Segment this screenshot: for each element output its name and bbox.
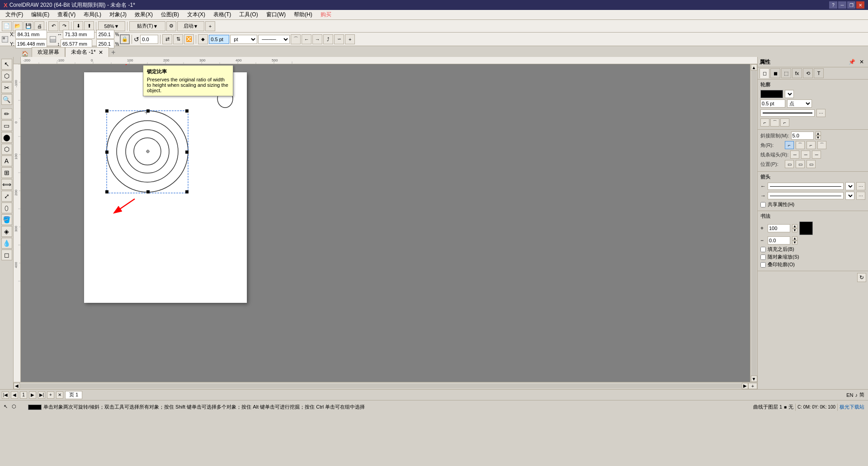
panel-tab-character[interactable]: T [814, 68, 824, 78]
panel-tab-fx[interactable]: fx [792, 68, 802, 78]
window-controls[interactable]: ? ─ ❐ ✕ [829, 1, 864, 9]
panel-refresh-btn[interactable]: ↻ [857, 273, 866, 282]
scroll-down-button[interactable]: ▼ [751, 376, 757, 382]
tab-welcome[interactable]: 欢迎屏幕 [32, 47, 65, 57]
panel-pin-icon[interactable]: 📌 [847, 58, 856, 66]
to-curve-button[interactable]: ⤴ [323, 34, 333, 44]
start-arrowhead-button[interactable]: ← [302, 34, 311, 44]
line-style-select[interactable]: ──── [258, 35, 290, 44]
shared-props-checkbox[interactable] [760, 202, 766, 207]
linecap-round-btn[interactable]: ─ [801, 151, 810, 159]
arrow-start-select[interactable]: ▼ [845, 182, 854, 190]
flip-h-button[interactable]: ⇄ [162, 34, 172, 44]
cal-angle-input[interactable] [768, 236, 790, 245]
freeform-button[interactable]: 🔀 [184, 34, 194, 44]
blend-tool[interactable]: ⬯ [1, 202, 12, 213]
cal-down-btn[interactable]: ▼ [792, 228, 797, 232]
rectangle-tool[interactable]: ▭ [1, 120, 12, 131]
restore-button[interactable]: ❐ [847, 1, 855, 9]
table-tool[interactable]: ⊞ [1, 167, 12, 178]
connector-tool[interactable]: ⤢ [1, 191, 12, 202]
menu-bitmap[interactable]: 位图(B) [157, 10, 183, 19]
lock-ratio-button[interactable]: 🔒 [120, 34, 130, 44]
miter-up-btn[interactable]: ▲ [816, 132, 821, 136]
help-button[interactable]: ? [829, 1, 837, 9]
cal-angle-up-btn[interactable]: ▲ [792, 236, 797, 240]
page-next-btn[interactable]: ▶ [29, 391, 36, 399]
menu-buy[interactable]: 购买 [317, 10, 335, 19]
to-line-button[interactable]: ∽ [334, 34, 344, 44]
smart-fill-tool[interactable]: ◈ [1, 226, 12, 237]
flip-v-button[interactable]: ⇅ [173, 34, 183, 44]
scroll-right-button[interactable]: ▶ [742, 383, 748, 389]
menu-file[interactable]: 文件(F) [2, 10, 27, 19]
outline-unit-select[interactable]: pt [230, 35, 257, 44]
arrow-end-select[interactable]: ▼ [845, 192, 854, 200]
menu-window[interactable]: 窗口(W) [263, 10, 289, 19]
outline-width-unit-select[interactable]: 点 mm [787, 99, 812, 108]
page-1-btn[interactable]: 1 [20, 391, 27, 399]
start-button[interactable]: 启动▼ [177, 21, 204, 31]
outline-tool[interactable]: ◻ [1, 249, 12, 260]
panel-tab-fill[interactable]: ◼ [770, 68, 780, 78]
cal-color-swatch[interactable] [799, 221, 813, 235]
line-ends-button[interactable]: ⌒ [291, 34, 301, 44]
line-style-more-btn[interactable]: ⋯ [816, 109, 826, 117]
arrow-start-style[interactable] [768, 183, 844, 190]
rotation-input[interactable] [140, 35, 158, 44]
outline-width-panel-input[interactable] [760, 99, 785, 108]
scroll-left-button[interactable]: ◀ [14, 383, 20, 389]
menu-object[interactable]: 对象(J) [106, 10, 130, 19]
fill-tool[interactable]: 🪣 [1, 214, 12, 225]
snap-button[interactable]: 贴齐(T)▼ [129, 21, 165, 31]
panel-tab-outline[interactable]: ◻ [760, 68, 769, 78]
page-first-btn[interactable]: |◀ [2, 391, 9, 399]
linecap-square-btn[interactable]: ─ [812, 151, 821, 159]
add-node-button[interactable]: + [345, 34, 355, 44]
pos-center-btn[interactable]: ▭ [785, 160, 794, 168]
tab-add-button[interactable]: + [109, 48, 118, 57]
menu-layout[interactable]: 布局(L) [80, 10, 105, 19]
panel-tab-transparency[interactable]: ⬚ [781, 68, 791, 78]
polygon-tool[interactable]: ⬡ [1, 144, 12, 155]
node-mode-btn[interactable]: ⬡ [12, 404, 19, 411]
outline-color-select[interactable]: ▼ [785, 90, 794, 98]
arrow-end-more-btn[interactable]: ⋯ [856, 192, 865, 200]
horizontal-scrollbar[interactable]: ◀ ▶ + [14, 382, 757, 389]
menu-text[interactable]: 文本(X) [184, 10, 209, 19]
join-miter-btn[interactable]: ⌐ [760, 118, 769, 127]
pos-inside-btn[interactable]: ▭ [796, 160, 805, 168]
end-arrowhead-button[interactable]: → [312, 34, 322, 44]
cal-width-input[interactable] [768, 224, 790, 232]
minimize-button[interactable]: ─ [838, 1, 846, 9]
overprint-checkbox[interactable] [760, 262, 766, 268]
close-button[interactable]: ✕ [856, 1, 864, 9]
corner-miter-btn[interactable]: ⌐ [785, 141, 794, 149]
join-bevel-btn[interactable]: ⌐ [780, 118, 789, 127]
add-button[interactable]: + [205, 21, 215, 31]
home-icon[interactable]: 🏠 [18, 51, 32, 57]
menu-edit[interactable]: 编辑(E) [28, 10, 53, 19]
cal-up-btn[interactable]: ▲ [792, 224, 797, 228]
dimensions-tool[interactable]: ⟺ [1, 179, 12, 190]
ellipse-tool[interactable]: ⬤ [1, 132, 12, 143]
x-input[interactable] [15, 30, 47, 39]
add-page-btn[interactable]: + [47, 391, 54, 399]
zoom-in-canvas-button[interactable]: + [748, 383, 757, 389]
zoom-tool[interactable]: 🔍 [1, 94, 12, 105]
corner-round-btn[interactable]: ⌒ [796, 141, 805, 149]
fill-after-checkbox[interactable] [760, 247, 766, 252]
page-last-btn[interactable]: ▶| [38, 391, 45, 399]
outline-color-swatch[interactable] [760, 90, 783, 98]
miter-down-btn[interactable]: ▼ [816, 136, 821, 140]
canvas[interactable]: 锁定比率 Preserves the original ratio of wid… [21, 64, 750, 382]
arrow-end-style[interactable] [768, 192, 844, 199]
cal-angle-down-btn[interactable]: ▼ [792, 240, 797, 245]
delete-page-btn[interactable]: ✕ [56, 391, 63, 399]
tab-document[interactable]: 未命名 -1* ✕ [65, 47, 109, 57]
freehand-tool[interactable]: ✏ [1, 108, 12, 119]
arrow-start-more-btn[interactable]: ⋯ [856, 182, 865, 190]
scroll-up-button[interactable]: ▲ [751, 64, 757, 71]
eyedropper-tool[interactable]: 💧 [1, 238, 12, 249]
outline-color-button[interactable]: ◆ [198, 34, 208, 44]
